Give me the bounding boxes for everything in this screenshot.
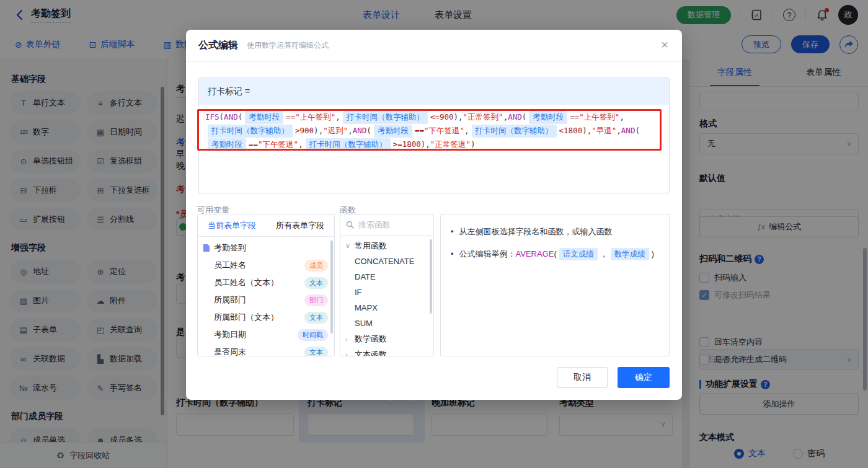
close-icon[interactable]: ×	[661, 38, 668, 51]
formula-token: ,	[619, 112, 624, 121]
formula-token: "早退"	[591, 126, 616, 135]
formula-token: (	[522, 112, 527, 121]
formula-token: (	[366, 126, 371, 135]
functions-panel: 搜索函数 ∨常用函数CONCATENATEDATEIFMAPXSUM›数学函数›…	[340, 214, 434, 356]
field-chip: 打卡时间（数字辅助）	[472, 125, 557, 138]
formula-token: ,	[616, 126, 621, 135]
field-chip: 打卡时间（数字辅助）	[208, 125, 293, 138]
formula-help-panel: •从左侧面板选择字段名和函数，或输入函数 • 公式编辑举例：AVERAGE(语文…	[440, 214, 670, 356]
variables-root-node[interactable]: 考勤签到	[198, 239, 334, 257]
function-item[interactable]: IF	[340, 285, 433, 300]
function-group[interactable]: ∨常用函数	[340, 238, 433, 254]
formula-token: 1800	[402, 139, 421, 149]
function-item[interactable]: CONCATENATE	[340, 254, 433, 269]
formula-token: 900	[440, 112, 454, 121]
formula-target: 打卡标记 =	[199, 78, 669, 105]
function-group[interactable]: ›文本函数	[340, 347, 433, 356]
caret-right-icon: ›	[345, 335, 352, 343]
formula-token: )	[471, 139, 476, 149]
form-doc-icon	[203, 244, 210, 252]
type-badge: 成员	[304, 260, 328, 272]
function-item[interactable]: MAPX	[340, 300, 433, 316]
tab-current-form-fields[interactable]: 当前表单字段	[198, 214, 266, 236]
confirm-button[interactable]: 确定	[618, 367, 670, 388]
formula-editor-modal: 公式编辑 使用数学运算符编辑公式 × 打卡标记 = IFS(AND(考勤时段==…	[186, 30, 682, 400]
formula-token: AND	[508, 112, 522, 121]
formula-editor-box[interactable]: 打卡标记 = IFS(AND(考勤时段=="上午签到",打卡时间（数字辅助）<=…	[198, 77, 670, 193]
tab-all-form-fields[interactable]: 所有表单字段	[266, 214, 334, 236]
field-chip: 考勤时段	[208, 138, 246, 151]
screen: 考勤签到 表单设计 表单设置 数据管理 A ? 政 ⊘表单外链 ⊡后端脚本 ▥数…	[0, 0, 868, 468]
type-badge: 时间戳	[298, 329, 328, 341]
formula-token: "迟到"	[323, 126, 348, 135]
formula-token: 900	[300, 126, 314, 135]
function-search-input[interactable]: 搜索函数	[340, 214, 433, 236]
formula-token: ),	[582, 126, 591, 135]
function-group-label: 文本函数	[355, 349, 387, 357]
formula-token: "下午签退"	[424, 126, 464, 135]
formula-token: 1800	[564, 126, 582, 135]
formula-token: IFS	[205, 112, 219, 121]
formula-token: (	[238, 112, 243, 121]
variables-scrollbar[interactable]	[330, 241, 333, 333]
formula-token: (	[219, 112, 224, 121]
variable-name: 考勤日期	[214, 329, 298, 340]
formula-token: "上午签到"	[579, 112, 619, 121]
formula-token: >	[295, 126, 300, 135]
variable-item[interactable]: 是否周末文本	[198, 343, 334, 356]
modal-title: 公式编辑	[198, 39, 238, 52]
formula-input[interactable]: IFS(AND(考勤时段=="上午签到",打卡时间（数字辅助）<=900),"正…	[199, 105, 669, 157]
variable-name: 是否周末	[214, 347, 304, 356]
formula-token: AND	[353, 126, 367, 135]
search-icon	[346, 221, 354, 229]
field-chip: 打卡时间（数字辅助）	[343, 111, 428, 124]
formula-token: ==	[249, 139, 258, 149]
formula-token: ,	[464, 126, 469, 135]
formula-token: AND	[224, 112, 238, 121]
formula-token: ==	[415, 126, 424, 135]
function-group[interactable]: ›数学函数	[340, 331, 433, 347]
type-badge: 文本	[304, 312, 328, 324]
function-group-label: 数学函数	[355, 333, 387, 345]
search-placeholder: 搜索函数	[358, 219, 391, 231]
variables-panel: 当前表单字段 所有表单字段 考勤签到 员工姓名成员员工姓名（文本）文本所属部门部…	[197, 214, 335, 356]
formula-token: ),	[454, 112, 463, 121]
formula-token: ),	[314, 126, 323, 135]
formula-token: (	[635, 126, 640, 135]
bullet: •	[451, 248, 454, 260]
formula-token: "上午签到"	[295, 112, 335, 121]
caret-right-icon: ›	[345, 351, 352, 357]
help-line-2: 公式编辑举例：AVERAGE(语文成绩，数学成绩)	[459, 248, 655, 260]
formula-token: ,	[335, 112, 340, 121]
variable-name: 所属部门	[214, 294, 304, 306]
variable-item[interactable]: 员工姓名（文本）文本	[198, 274, 334, 291]
formula-token: AND	[621, 126, 636, 135]
type-badge: 部门	[304, 294, 328, 306]
variable-name: 员工姓名	[214, 260, 304, 271]
caret-down-icon: ∨	[345, 242, 352, 250]
formula-token: ,	[348, 126, 353, 135]
variable-item[interactable]: 考勤日期时间戳	[198, 326, 334, 343]
formula-token: <=	[430, 112, 440, 121]
field-chip: 考勤时段	[245, 111, 283, 124]
function-item[interactable]: SUM	[340, 316, 433, 331]
variable-item[interactable]: 所属部门（文本）文本	[198, 309, 334, 326]
modal-subtitle: 使用数学运算符编辑公式	[247, 40, 329, 51]
variable-item[interactable]: 所属部门部门	[198, 291, 334, 309]
field-chip: 考勤时段	[374, 125, 412, 138]
formula-token: ,	[298, 139, 303, 149]
formula-token: ),	[421, 139, 430, 149]
formula-token: "正常签到"	[463, 112, 503, 121]
field-chip: 打卡时间（数字辅助）	[306, 138, 391, 151]
variable-name: 员工姓名（文本）	[214, 277, 304, 288]
functions-scrollbar[interactable]	[430, 239, 432, 314]
help-line-1: 从左侧面板选择字段名和函数，或输入函数	[459, 226, 613, 238]
type-badge: 文本	[304, 277, 328, 289]
type-badge: 文本	[304, 347, 328, 357]
formula-token: "正常签退"	[430, 139, 471, 149]
function-item[interactable]: DATE	[340, 269, 433, 285]
formula-token: ==	[570, 112, 579, 121]
cancel-button[interactable]: 取消	[557, 367, 608, 388]
variable-item[interactable]: 员工姓名成员	[198, 257, 334, 274]
formula-token: ==	[286, 112, 295, 121]
